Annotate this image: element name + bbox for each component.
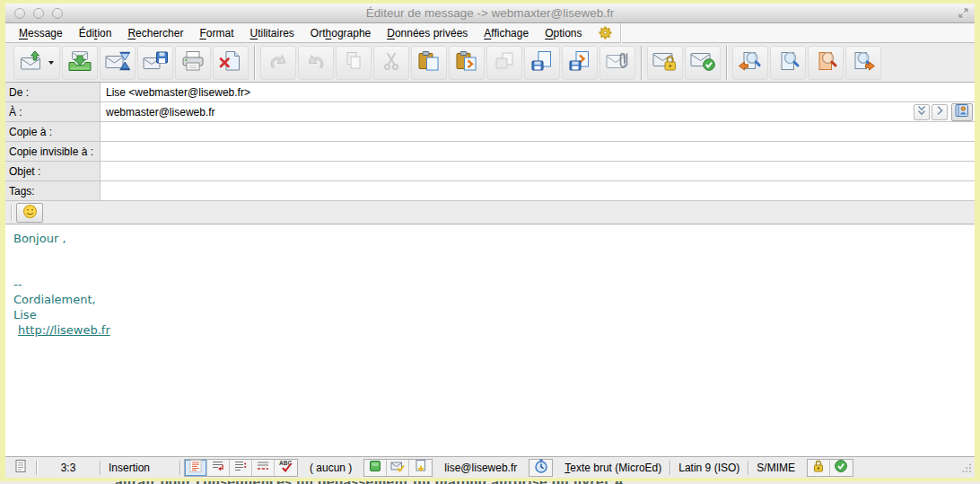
- attach-button[interactable]: [599, 46, 635, 80]
- menu-donnees-privees[interactable]: Données privées: [379, 24, 476, 42]
- undo-button[interactable]: [260, 46, 296, 80]
- send-later-button[interactable]: [100, 46, 136, 80]
- discard-icon: [218, 50, 243, 75]
- sign-ok-toggle[interactable]: [830, 460, 853, 476]
- format-status[interactable]: Texte brut (MicroEd): [556, 457, 669, 478]
- search-back-button[interactable]: [732, 46, 768, 80]
- address-book-button[interactable]: [951, 103, 973, 121]
- send-button[interactable]: [13, 46, 60, 80]
- send-later-icon: [105, 50, 130, 75]
- account-color-toggle[interactable]: [364, 460, 387, 476]
- gear-icon[interactable]: [591, 25, 620, 40]
- attach-icon: [605, 50, 630, 75]
- save-draft-button[interactable]: [137, 46, 173, 80]
- auto-wrap-icon: [233, 459, 248, 476]
- signature-link[interactable]: http://liseweb.fr: [18, 322, 967, 338]
- menu-orthographe[interactable]: Orthographe: [302, 24, 379, 42]
- double-chevron-down-icon: [915, 104, 928, 119]
- menu-options[interactable]: Options: [537, 24, 590, 42]
- menu-format[interactable]: Format: [191, 24, 241, 42]
- account-color-icon: [368, 459, 382, 476]
- security-status: S/MIME: [748, 457, 803, 478]
- auto-indent-toggle[interactable]: [252, 460, 275, 476]
- menu-message[interactable]: Message: [11, 24, 71, 42]
- redo-button[interactable]: [298, 46, 334, 80]
- menu-edition[interactable]: Édition: [71, 24, 120, 42]
- encrypt-status-toggle[interactable]: [808, 460, 830, 476]
- security-toggle-group: [807, 459, 853, 477]
- queue-status-toggle[interactable]: [409, 460, 432, 476]
- body-blank-lines: [13, 246, 967, 277]
- print-button[interactable]: [175, 46, 211, 80]
- from-field[interactable]: [101, 83, 975, 101]
- autosave-timer-toggle[interactable]: [529, 460, 552, 476]
- titlebar[interactable]: Éditeur de message -> webmaxter@liseweb.…: [5, 4, 975, 23]
- menu-utilitaires[interactable]: Utilitaires: [241, 24, 302, 42]
- auto-wrap-toggle[interactable]: [230, 460, 252, 476]
- toolbar: [5, 43, 975, 83]
- document-status: [5, 457, 36, 478]
- toolbar-grip: [11, 205, 13, 221]
- signature-separator: --: [13, 277, 967, 292]
- restore-icon[interactable]: [958, 7, 969, 22]
- screen: aurait pour conséquences un dépassement …: [0, 0, 980, 484]
- sign-button[interactable]: [685, 46, 721, 80]
- check-circle-icon: [834, 459, 848, 476]
- send-icon: [20, 50, 45, 75]
- encrypt-icon: [652, 50, 678, 75]
- body-greeting: Bonjour ,: [13, 231, 967, 246]
- copy-button[interactable]: [336, 46, 372, 80]
- paste-button[interactable]: [411, 46, 447, 80]
- chevron-right-icon: [933, 104, 946, 119]
- search-button[interactable]: [770, 46, 806, 80]
- subject-field[interactable]: [101, 162, 975, 180]
- insert-smiley-button[interactable]: [16, 203, 43, 223]
- menu-affichage[interactable]: Affichage: [476, 24, 537, 42]
- encoding-status[interactable]: Latin 9 (ISO): [670, 457, 748, 478]
- tags-field[interactable]: [101, 181, 975, 200]
- undo-icon: [266, 50, 291, 75]
- send-queue-button[interactable]: [62, 46, 98, 80]
- menubar-divider: [620, 23, 621, 43]
- to-field[interactable]: [101, 102, 913, 121]
- menu-rechercher[interactable]: Rechercher: [119, 24, 191, 42]
- bcc-field[interactable]: [101, 142, 975, 161]
- insert-file-button[interactable]: [524, 46, 560, 80]
- send-dropdown-icon[interactable]: [48, 61, 54, 65]
- tags-label: Tags:: [5, 181, 101, 200]
- search-highlight-button[interactable]: [808, 46, 844, 80]
- search-forward-button[interactable]: [845, 46, 881, 80]
- message-body[interactable]: Bonjour , -- Cordialement, Lise http://l…: [5, 224, 975, 456]
- search-forward-icon: [851, 50, 876, 75]
- insert-quoted-button[interactable]: [562, 46, 598, 80]
- window-title: Éditeur de message -> webmaxter@liseweb.…: [5, 6, 975, 20]
- paste-as-quote-button[interactable]: [449, 46, 485, 80]
- redo-icon: [303, 50, 328, 75]
- sign-status-toggle[interactable]: [387, 460, 409, 476]
- compose-window: Éditeur de message -> webmaxter@liseweb.…: [0, 0, 980, 481]
- account-address[interactable]: lise@liseweb.fr: [436, 457, 525, 478]
- cc-row: Copie à :: [5, 122, 975, 142]
- clock-icon: [534, 459, 548, 476]
- discard-button[interactable]: [213, 46, 249, 80]
- sign-icon: [690, 50, 715, 75]
- cut-button[interactable]: [373, 46, 409, 80]
- dictionary-status[interactable]: ( aucun ): [302, 457, 360, 478]
- from-label: De :: [5, 83, 101, 101]
- paste-as-quote-icon: [454, 50, 479, 75]
- save-as-button[interactable]: [486, 46, 522, 80]
- cc-field[interactable]: [101, 122, 975, 141]
- spellcheck-toggle[interactable]: ABC: [275, 460, 297, 476]
- format-paragraph-toggle[interactable]: [185, 460, 207, 476]
- insert-file-icon: [529, 50, 555, 75]
- edit-mode: Insertion: [101, 457, 179, 478]
- toolbar-separator: [726, 46, 727, 80]
- wrap-lines-toggle[interactable]: [207, 460, 230, 476]
- resize-grip[interactable]: [961, 462, 972, 476]
- address-book-icon: [954, 103, 970, 120]
- account-toggle-group: [363, 459, 433, 477]
- recipients-next-button[interactable]: [932, 104, 948, 120]
- encrypt-button[interactable]: [647, 46, 683, 80]
- expand-recipients-button[interactable]: [914, 104, 930, 120]
- bcc-row: Copie invisible à :: [5, 142, 975, 162]
